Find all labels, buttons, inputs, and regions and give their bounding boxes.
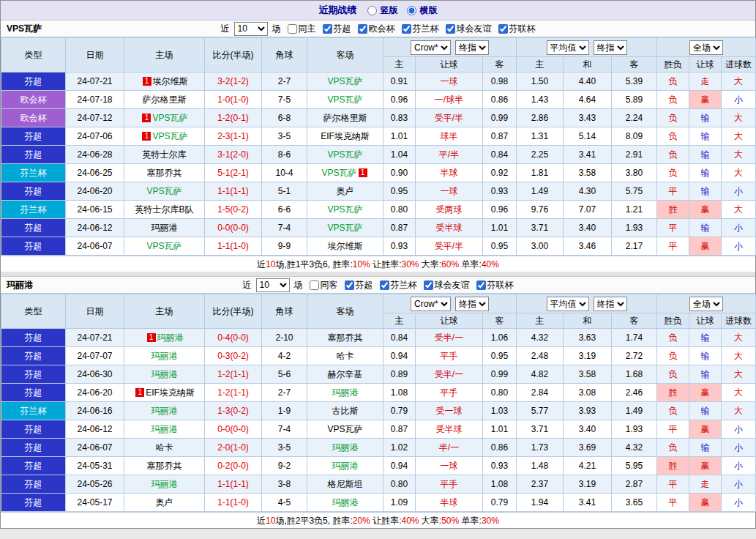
- match-row: 欧会杯24-07-121VPS瓦萨1-2(0-1)6-8萨尔格里斯0.83受平/…: [1, 109, 756, 127]
- checkbox-input[interactable]: [288, 24, 297, 34]
- avg-time-select[interactable]: 终指: [594, 40, 627, 55]
- same-venue-checkbox[interactable]: 同主: [288, 23, 316, 35]
- avg-source-select[interactable]: 平均值: [547, 40, 589, 55]
- match-row: 芬兰杯24-06-16玛丽港1-3(0-2)1-9古比斯0.79受一球1.035…: [1, 402, 756, 420]
- avg-source-select[interactable]: 平均值: [547, 297, 589, 311]
- home-team-cell: 英特士尔库: [124, 146, 205, 164]
- home-team-name: 玛丽港: [157, 332, 184, 343]
- match-row: 芬超24-06-07VPS瓦萨1-1(1-0)9-9埃尔维斯0.93受平/半0.…: [1, 237, 756, 256]
- handicap-result-cell: 赢: [689, 384, 722, 402]
- checkbox-input[interactable]: [402, 24, 411, 34]
- home-team-name: 玛丽港: [151, 406, 178, 416]
- avg-time-select[interactable]: 终指: [594, 297, 627, 311]
- competition-checkbox[interactable]: 芬兰杯: [402, 23, 439, 35]
- checkbox-input[interactable]: [446, 24, 455, 34]
- scope-select[interactable]: 全场: [689, 40, 723, 55]
- result-cell: 负: [657, 365, 689, 384]
- column-header: 比分(半场): [205, 38, 262, 73]
- match-row: 芬兰杯24-06-25塞那乔其5-1(2-1)10-4VPS瓦萨10.90半球0…: [1, 164, 756, 182]
- league-cell: 芬超: [1, 182, 66, 201]
- home-team-cell: 奥卢: [124, 494, 205, 512]
- goals-result-cell: 大: [722, 329, 756, 347]
- checkbox-input[interactable]: [424, 280, 433, 290]
- competition-checkbox[interactable]: 球会友谊: [424, 279, 470, 291]
- date-cell: 24-06-20: [66, 384, 124, 402]
- recent-count-select[interactable]: 10: [234, 22, 268, 36]
- summary-segment: 60%: [441, 259, 459, 270]
- handicap-result-cell: 输: [689, 146, 722, 164]
- competition-checkbox[interactable]: 芬联杯: [498, 23, 536, 35]
- competition-label: 芬超: [334, 23, 351, 35]
- handicap-result-cell: 输: [689, 439, 722, 457]
- view-option[interactable]: 横版: [407, 4, 438, 17]
- away-team-cell: VPS瓦萨: [307, 201, 383, 219]
- home-team-cell: 1VPS瓦萨: [124, 109, 205, 127]
- odds-source-select[interactable]: Crow*: [411, 40, 451, 55]
- odds-home-cell: 0.89: [383, 365, 416, 384]
- view-option[interactable]: 竖版: [367, 4, 398, 17]
- avg-away-cell: 2.24: [612, 109, 657, 127]
- recent-count-select[interactable]: 10: [256, 278, 290, 292]
- competition-label: 球会友谊: [435, 279, 470, 291]
- result-cell: 平: [657, 182, 689, 201]
- checkbox-input[interactable]: [345, 280, 354, 290]
- avg-away-cell: 2.72: [612, 347, 657, 365]
- team-section: 玛丽港近10场同客芬超芬兰杯球会友谊芬联杯类型日期主场比分(半场)角球客场Cro…: [1, 277, 755, 528]
- view-radio[interactable]: [407, 6, 416, 15]
- odds-away-cell: 0.86: [483, 439, 517, 457]
- same-venue-checkbox[interactable]: 同客: [310, 279, 338, 291]
- odds-time-select[interactable]: 终指: [455, 40, 489, 55]
- odds-time-select[interactable]: 终指: [455, 297, 489, 311]
- filter-controls: 近10场同客芬超芬兰杯球会友谊芬联杯: [243, 278, 514, 292]
- odds-source-select[interactable]: Crow*: [411, 297, 451, 311]
- result-cell: 胜: [657, 384, 689, 402]
- odds-home-cell: 1.08: [383, 384, 416, 402]
- corner-cell: 4-5: [262, 494, 307, 512]
- column-header: 比分(半场): [205, 294, 262, 329]
- odds-away-cell: 0.99: [483, 109, 517, 127]
- score-cell: 3-1(2-0): [205, 146, 262, 164]
- avg-home-cell: 1.81: [517, 164, 564, 182]
- away-team-name: 萨尔格里斯: [323, 113, 367, 123]
- odds-home-cell: 0.94: [383, 457, 416, 475]
- column-header: 角球: [262, 38, 307, 73]
- score-cell: 0-4(0-0): [205, 329, 262, 347]
- view-radio[interactable]: [367, 6, 377, 15]
- sub-column-header: 客: [483, 313, 517, 329]
- checkbox-input[interactable]: [310, 280, 319, 290]
- result-cell: 负: [657, 91, 689, 109]
- result-cell: 负: [657, 347, 689, 365]
- competition-checkbox[interactable]: 球会友谊: [446, 23, 492, 35]
- checkbox-input[interactable]: [323, 24, 332, 34]
- league-cell: 芬超: [1, 384, 66, 402]
- league-cell: 芬超: [1, 146, 66, 164]
- league-cell: 欧会杯: [1, 109, 66, 127]
- goals-result-cell: 大: [722, 365, 756, 384]
- competition-checkbox[interactable]: 欧会杯: [358, 23, 395, 35]
- summary-segment: 让胜率:: [370, 259, 402, 270]
- score-cell: 0-2(0-0): [205, 457, 262, 475]
- home-team-cell: 萨尔格里斯: [124, 91, 205, 109]
- away-team-name: 格尼斯坦: [328, 479, 363, 489]
- score-cell: 1-2(0-1): [205, 109, 262, 127]
- home-team-name: 英特士尔库B队: [135, 204, 193, 215]
- competition-checkbox[interactable]: 芬超: [345, 279, 373, 291]
- competition-checkbox[interactable]: 芬兰杯: [380, 279, 417, 291]
- checkbox-input[interactable]: [476, 280, 486, 290]
- away-team-cell: 格尼斯坦: [307, 475, 383, 494]
- summary-segment: 大率:: [419, 516, 442, 526]
- checkbox-input[interactable]: [380, 280, 389, 290]
- column-header: 日期: [66, 294, 124, 329]
- competition-label: 球会友谊: [457, 23, 492, 35]
- avg-away-cell: 1.49: [612, 402, 657, 420]
- odds-away-cell: 0.80: [483, 384, 517, 402]
- goals-result-cell: 小: [722, 439, 756, 457]
- competition-checkbox[interactable]: 芬超: [323, 23, 351, 35]
- checkbox-input[interactable]: [498, 24, 508, 34]
- handicap-cell: 球半: [416, 127, 483, 146]
- competition-checkbox[interactable]: 芬联杯: [476, 279, 514, 291]
- avg-home-cell: 9.76: [517, 201, 564, 219]
- checkbox-input[interactable]: [358, 24, 367, 34]
- scope-select[interactable]: 全场: [689, 297, 723, 311]
- league-cell: 欧会杯: [1, 91, 66, 109]
